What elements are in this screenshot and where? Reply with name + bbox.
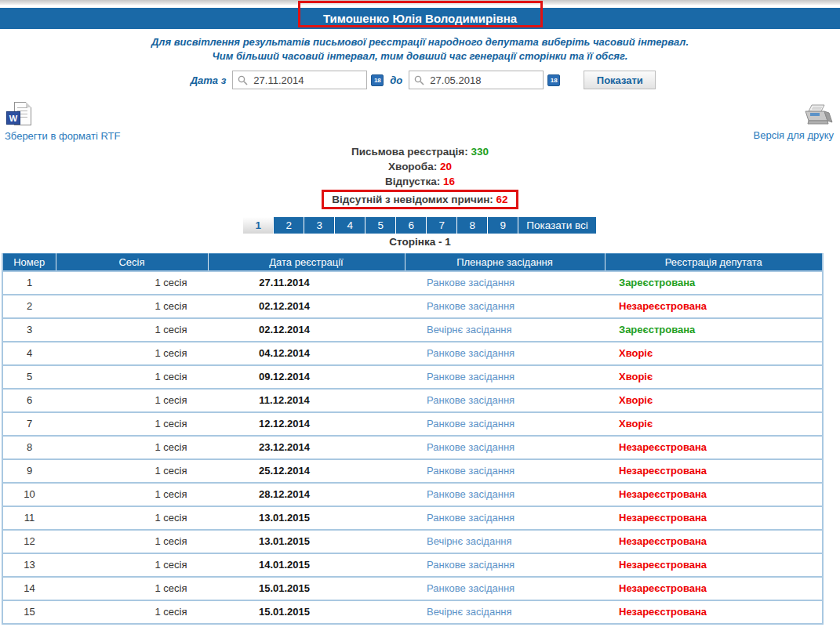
session-cell: 1 сесія bbox=[56, 530, 208, 553]
meeting-link[interactable]: Ранкове засідання bbox=[405, 436, 605, 459]
pagination-show-all[interactable]: Показати всі bbox=[518, 217, 595, 234]
registration-date-cell: 09.12.2014 bbox=[208, 365, 405, 389]
meeting-link[interactable]: Ранкове засідання bbox=[405, 553, 605, 577]
pagination-page-2[interactable]: 2 bbox=[274, 217, 304, 234]
meeting-link[interactable]: Ранкове засідання bbox=[405, 365, 605, 389]
date-to-label: до bbox=[390, 74, 402, 86]
table-row: 71 сесія12.12.2014Ранкове засіданняХворі… bbox=[2, 412, 823, 436]
session-cell: 1 сесія bbox=[56, 600, 208, 624]
instruction-line-1: Для висвітлення результатів письмової ре… bbox=[0, 35, 840, 49]
word-document-icon: W bbox=[5, 102, 36, 130]
printer-icon bbox=[801, 102, 834, 127]
row-number: 12 bbox=[2, 530, 56, 553]
save-rtf-link[interactable]: W Зберегти в форматі RTF bbox=[5, 102, 120, 142]
meeting-link[interactable]: Ранкове засідання bbox=[405, 483, 605, 506]
pagination-page-1[interactable]: 1 bbox=[243, 217, 273, 234]
summary-label: Відсутній з невідомих причин: bbox=[332, 194, 496, 205]
table-row: 121 сесія13.01.2015Вечірнє засіданняНеза… bbox=[2, 530, 823, 553]
export-row: W Зберегти в форматі RTF Версія для друк… bbox=[0, 102, 840, 143]
pagination-page-5[interactable]: 5 bbox=[365, 217, 395, 234]
meeting-link[interactable]: Ранкове засідання bbox=[405, 577, 605, 600]
status-cell: Хворіє bbox=[605, 389, 823, 412]
meeting-link[interactable]: Вечірнє засідання bbox=[405, 530, 605, 553]
show-button[interactable]: Показати bbox=[584, 71, 656, 89]
meeting-link[interactable]: Ранкове засідання bbox=[405, 506, 605, 530]
date-from-box bbox=[232, 71, 367, 89]
status-cell: Незареєстрована bbox=[605, 436, 823, 459]
meeting-link[interactable]: Ранкове засідання bbox=[405, 389, 605, 412]
registration-date-cell: 04.12.2014 bbox=[208, 342, 405, 365]
instruction-line-2: Чим більший часовий інтервал, тим довший… bbox=[0, 49, 840, 63]
pagination-page-4[interactable]: 4 bbox=[335, 217, 365, 234]
session-cell: 1 сесія bbox=[56, 389, 208, 412]
meeting-link[interactable]: Вечірнє засідання bbox=[405, 318, 605, 342]
registration-date-cell: 02.12.2014 bbox=[208, 295, 405, 318]
current-page-label: Сторінка - 1 bbox=[0, 236, 840, 248]
summary-line-2: Хвороба: 20 bbox=[0, 159, 840, 174]
pagination-page-7[interactable]: 7 bbox=[427, 217, 456, 234]
column-header: Номер bbox=[2, 254, 56, 271]
status-cell: Хворіє bbox=[605, 412, 823, 436]
session-cell: 1 сесія bbox=[56, 577, 208, 600]
status-cell: Незареєстрована bbox=[605, 553, 823, 577]
table-body: 11 сесія27.11.2014Ранкове засіданняЗареє… bbox=[2, 271, 823, 624]
row-number: 10 bbox=[2, 483, 56, 506]
registration-date-cell: 28.12.2014 bbox=[208, 483, 405, 506]
date-to-input[interactable] bbox=[430, 71, 540, 89]
session-cell: 1 сесія bbox=[56, 271, 208, 295]
summary-label: Хвороба: bbox=[388, 161, 440, 172]
summary-value: 20 bbox=[440, 161, 452, 172]
registration-date-cell: 15.01.2015 bbox=[208, 577, 405, 600]
row-number: 11 bbox=[2, 506, 56, 530]
meeting-link[interactable]: Ранкове засідання bbox=[405, 342, 605, 365]
meeting-link[interactable]: Ранкове засідання bbox=[405, 459, 605, 483]
page-header: Тимошенко Юлія Володимирівна bbox=[0, 0, 840, 29]
table-row: 81 сесія23.12.2014Ранкове засіданняНезар… bbox=[2, 436, 823, 459]
session-cell: 1 сесія bbox=[56, 436, 208, 459]
column-header: Дата реєстрації bbox=[208, 254, 405, 271]
summary-value: 62 bbox=[496, 194, 508, 205]
status-cell: Зареєстрована bbox=[605, 271, 823, 295]
meeting-link[interactable]: Вечірнє засідання bbox=[405, 600, 605, 624]
pagination-page-3[interactable]: 3 bbox=[304, 217, 334, 234]
meeting-link[interactable]: Ранкове засідання bbox=[405, 271, 605, 295]
table-row: 31 сесія02.12.2014Вечірнє засіданняЗареє… bbox=[2, 318, 823, 342]
deputy-name-title: Тимошенко Юлія Володимирівна bbox=[323, 12, 517, 25]
print-version-label: Версія для друку bbox=[754, 129, 835, 141]
row-number: 2 bbox=[2, 295, 56, 318]
summary-label: Відпустка: bbox=[385, 176, 443, 187]
registration-date-cell: 13.01.2015 bbox=[208, 506, 405, 530]
status-cell: Незареєстрована bbox=[605, 459, 823, 483]
calendar-icon-to[interactable]: 18 bbox=[547, 74, 560, 86]
summary-item: Хвороба: 20 bbox=[384, 159, 456, 174]
title-bar: Тимошенко Юлія Володимирівна bbox=[0, 8, 840, 29]
word-logo: W bbox=[6, 111, 20, 125]
registration-date-cell: 14.01.2015 bbox=[208, 553, 405, 577]
status-cell: Зареєстрована bbox=[605, 318, 823, 342]
table-row: 51 сесія09.12.2014Ранкове засіданняХворі… bbox=[2, 365, 823, 389]
table-row: 21 сесія02.12.2014Ранкове засіданняНезар… bbox=[2, 295, 823, 318]
summary-line-1: Письмова реєстрація: 330 bbox=[0, 144, 840, 159]
pagination-page-9[interactable]: 9 bbox=[488, 217, 518, 234]
calendar-icon-from[interactable]: 18 bbox=[371, 74, 384, 86]
pagination-page-8[interactable]: 8 bbox=[457, 217, 487, 234]
table-row: 101 сесія28.12.2014Ранкове засіданняНеза… bbox=[2, 483, 823, 506]
table-row: 41 сесія04.12.2014Ранкове засіданняХворі… bbox=[2, 342, 823, 365]
print-version-link[interactable]: Версія для друку bbox=[754, 102, 835, 141]
summary-line-3: Відпустка: 16 bbox=[0, 174, 840, 189]
registration-date-cell: 23.12.2014 bbox=[208, 436, 405, 459]
summary-line-4: Відсутній з невідомих причин: 62 bbox=[0, 189, 840, 209]
date-from-input[interactable] bbox=[253, 71, 363, 89]
row-number: 7 bbox=[2, 412, 56, 436]
meeting-link[interactable]: Ранкове засідання bbox=[405, 295, 605, 318]
pagination-page-6[interactable]: 6 bbox=[396, 217, 426, 234]
registration-date-cell: 25.12.2014 bbox=[208, 459, 405, 483]
session-cell: 1 сесія bbox=[56, 295, 208, 318]
date-filter-row: Дата з 18 до 18 Показати bbox=[0, 71, 840, 89]
summary-value: 330 bbox=[471, 146, 489, 158]
meeting-link[interactable]: Ранкове засідання bbox=[405, 412, 605, 436]
registration-date-cell: 13.01.2015 bbox=[208, 530, 405, 553]
session-cell: 1 сесія bbox=[56, 506, 208, 530]
column-header: Сесія bbox=[56, 254, 208, 271]
row-number: 15 bbox=[2, 600, 56, 624]
